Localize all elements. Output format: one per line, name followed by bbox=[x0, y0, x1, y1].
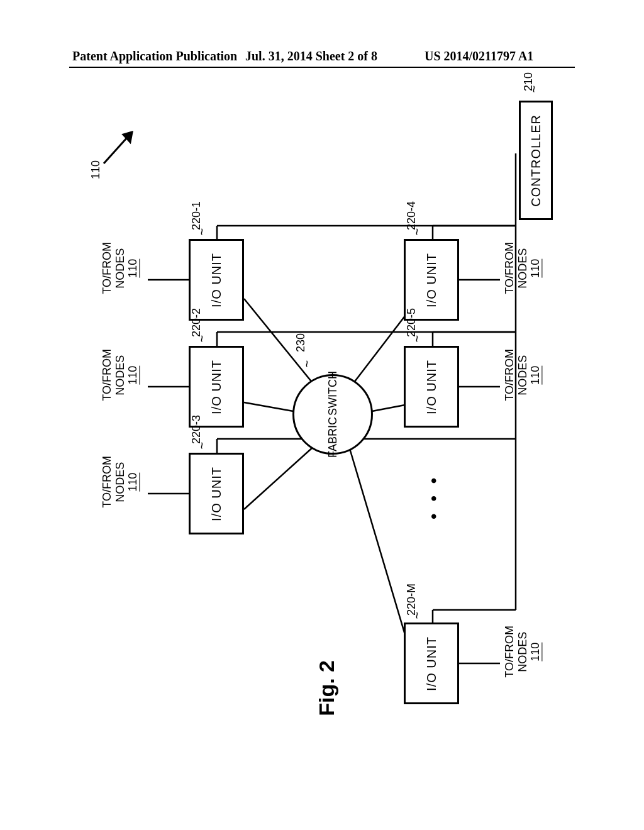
figure-diagram: 110 CONTROLLER 210 ~ SWITCH FABRIC 230 ~… bbox=[82, 107, 560, 748]
external-line2: NODES bbox=[114, 462, 127, 502]
external-link-m: TO/FROM NODES 110 bbox=[503, 626, 542, 678]
squiggle-icon: ~ bbox=[409, 612, 424, 619]
external-ref: 110 bbox=[529, 258, 542, 277]
io-unit-m: I/O UNIT bbox=[404, 622, 459, 704]
squiggle-icon: ~ bbox=[409, 228, 424, 236]
external-line2: NODES bbox=[516, 355, 530, 395]
external-link-3: TO/FROM NODES 110 bbox=[101, 456, 140, 508]
io-unit-label: I/O UNIT bbox=[209, 467, 224, 521]
external-line2: NODES bbox=[516, 248, 530, 288]
squiggle-icon: ~ bbox=[194, 442, 209, 450]
io-unit-3: I/O UNIT bbox=[189, 453, 244, 534]
squiggle-icon: ~ bbox=[409, 335, 424, 343]
io-unit-m-ref: 220-M bbox=[405, 584, 418, 616]
controller-label: CONTROLLER bbox=[529, 114, 543, 207]
squiggle-icon: ~ bbox=[299, 360, 314, 368]
io-unit-3-ref: 220-3 bbox=[190, 415, 203, 444]
header-left-text: Patent Application Publication bbox=[72, 49, 237, 64]
system-ref-label: 110 bbox=[89, 160, 103, 179]
figure-caption: Fig. 2 bbox=[314, 660, 339, 716]
external-ref: 110 bbox=[126, 472, 140, 491]
switch-fabric: SWITCH FABRIC bbox=[292, 374, 373, 455]
external-line2: NODES bbox=[114, 248, 127, 288]
external-ref: 110 bbox=[529, 365, 542, 384]
header-rule bbox=[69, 67, 575, 68]
external-link-1: TO/FROM NODES 110 bbox=[101, 242, 140, 294]
io-unit-5: I/O UNIT bbox=[404, 346, 459, 428]
header-center-text: Jul. 31, 2014 Sheet 2 of 8 bbox=[245, 49, 377, 64]
io-unit-label: I/O UNIT bbox=[425, 253, 439, 307]
ellipsis-icon: • • • bbox=[424, 478, 443, 523]
page: Patent Application Publication Jul. 31, … bbox=[0, 0, 644, 830]
external-line1: TO/FROM bbox=[503, 626, 516, 678]
external-link-2: TO/FROM NODES 110 bbox=[101, 349, 140, 401]
io-unit-label: I/O UNIT bbox=[425, 360, 439, 414]
svg-line-15 bbox=[244, 440, 321, 509]
svg-line-13 bbox=[244, 299, 321, 393]
external-line2: NODES bbox=[114, 355, 127, 395]
external-ref: 110 bbox=[126, 258, 140, 277]
io-unit-4-ref: 220-4 bbox=[405, 201, 418, 230]
external-line2: NODES bbox=[516, 631, 530, 672]
external-ref: 110 bbox=[529, 642, 542, 661]
squiggle-icon: ~ bbox=[526, 86, 541, 93]
squiggle-icon: ~ bbox=[194, 228, 209, 236]
io-unit-label: I/O UNIT bbox=[209, 253, 224, 307]
io-unit-label: I/O UNIT bbox=[209, 360, 224, 414]
controller-box: CONTROLLER bbox=[519, 101, 553, 220]
external-line1: TO/FROM bbox=[101, 456, 114, 508]
external-link-5: TO/FROM NODES 110 bbox=[503, 349, 542, 401]
external-line1: TO/FROM bbox=[101, 242, 114, 294]
switch-fabric-ref: 230 bbox=[294, 333, 308, 352]
io-unit-2-ref: 220-2 bbox=[190, 308, 203, 337]
external-line1: TO/FROM bbox=[503, 242, 516, 294]
io-unit-label: I/O UNIT bbox=[425, 636, 439, 691]
switch-fabric-line2: FABRIC bbox=[326, 417, 340, 458]
external-line1: TO/FROM bbox=[101, 349, 114, 401]
external-ref: 110 bbox=[126, 365, 140, 384]
external-link-4: TO/FROM NODES 110 bbox=[503, 242, 542, 294]
squiggle-icon: ~ bbox=[194, 335, 209, 343]
external-line1: TO/FROM bbox=[503, 349, 516, 401]
switch-fabric-line1: SWITCH bbox=[326, 371, 340, 416]
header-right-text: US 2014/0211797 A1 bbox=[425, 49, 533, 64]
io-unit-1-ref: 220-1 bbox=[190, 201, 203, 230]
io-unit-5-ref: 220-5 bbox=[405, 308, 418, 337]
